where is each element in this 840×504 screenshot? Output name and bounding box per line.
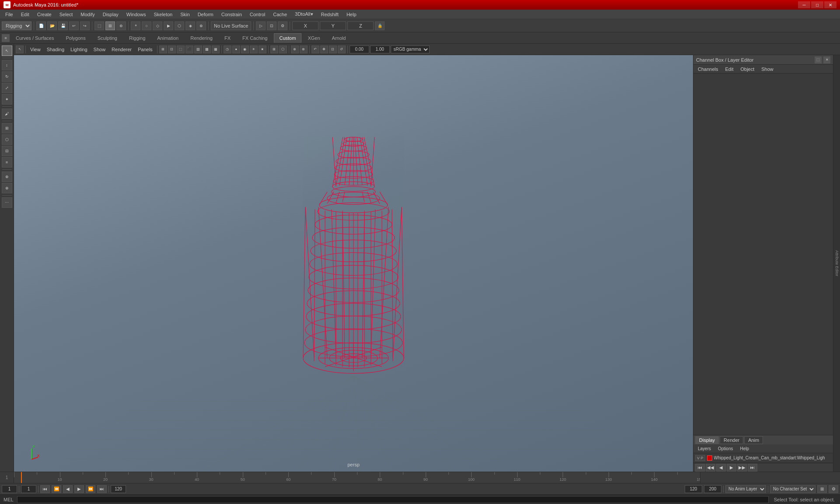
gamma-selector[interactable]: sRGB gamma — [391, 46, 430, 53]
hypershade-btn[interactable]: ⬡ — [2, 134, 12, 145]
end-frame-input[interactable] — [111, 485, 126, 493]
anim-tab[interactable]: Anim — [744, 436, 763, 444]
vp-renderer-menu[interactable]: Renderer — [109, 46, 134, 53]
redo-btn[interactable]: ↪ — [80, 21, 90, 30]
vp-heads-btn[interactable]: ⬡ — [279, 46, 287, 53]
paint-skin-btn[interactable]: 🖌 — [2, 108, 12, 119]
snap4-btn[interactable]: ▶ — [164, 21, 173, 30]
tabs-menu-btn[interactable]: ≡ — [2, 34, 10, 42]
vp-track-btn[interactable]: ✥ — [320, 46, 328, 53]
tab-rigging[interactable]: Rigging — [123, 33, 151, 43]
undo-btn[interactable]: ↩ — [69, 21, 79, 30]
cb-close-btn[interactable]: ✕ — [823, 56, 830, 63]
close-button[interactable]: ✕ — [824, 1, 836, 8]
vp-select-btn[interactable]: ↖ — [16, 46, 24, 53]
vp-cam2-btn[interactable]: ⊡ — [168, 46, 176, 53]
rotate-btn[interactable]: ↻ — [2, 71, 12, 82]
vp-cam1-btn[interactable]: ⊞ — [159, 46, 167, 53]
vp-val1-input[interactable] — [350, 46, 369, 53]
step-back-btn[interactable]: ⏪ — [52, 485, 61, 493]
tab-fx[interactable]: FX — [219, 33, 236, 43]
vp-wire-btn[interactable]: ◷ — [224, 46, 231, 53]
snap1-btn[interactable]: ⌖ — [131, 21, 140, 30]
ch-show-menu[interactable]: Show — [759, 66, 776, 73]
menu-edit[interactable]: Edit — [18, 11, 33, 18]
tab-arnold[interactable]: Arnold — [326, 33, 352, 43]
menu-display[interactable]: Display — [99, 11, 122, 18]
display-tab[interactable]: Display — [695, 436, 719, 444]
command-input[interactable] — [17, 496, 769, 503]
layers-menu[interactable]: Layers — [695, 446, 714, 452]
menu-skeleton[interactable]: Skeleton — [150, 11, 176, 18]
menu-modify[interactable]: Modify — [77, 11, 98, 18]
vp-tumble-btn[interactable]: ↶ — [312, 46, 319, 53]
snap3-btn[interactable]: ◇ — [153, 21, 162, 30]
play-back-btn[interactable]: ◀ — [63, 485, 73, 493]
vp-dolly-btn[interactable]: ⊡ — [329, 46, 337, 53]
menu-constrain[interactable]: Constrain — [218, 11, 245, 18]
play-forward-btn[interactable]: ▶ — [74, 485, 84, 493]
timeline-ruler[interactable]: 102030405060708090100110120130140150 — [14, 472, 700, 483]
cb-prev3-btn[interactable]: ◀ — [716, 464, 726, 472]
vp-roll-btn[interactable]: ↺ — [338, 46, 346, 53]
cb-prev2-btn[interactable]: ◀◀ — [706, 464, 715, 472]
workspace-dropdown[interactable]: Rigging — [2, 21, 32, 30]
y-input[interactable] — [320, 21, 346, 30]
anim-layer-dropdown[interactable]: No Anim Layer — [725, 485, 766, 493]
extra-tools-btn[interactable]: ⋯ — [2, 197, 12, 208]
vp-view-menu[interactable]: View — [28, 46, 43, 53]
snap-to-grid-btn[interactable]: ⊞ — [105, 21, 115, 30]
help-menu[interactable]: Help — [737, 446, 752, 452]
menu-windows[interactable]: Windows — [123, 11, 150, 18]
menu-file[interactable]: File — [2, 11, 17, 18]
char-set-btn[interactable]: ⊞ — [817, 485, 827, 493]
vp-manip-btn[interactable]: ⊕ — [291, 46, 299, 53]
vp-flat-btn[interactable]: ◉ — [241, 46, 249, 53]
start-frame-input[interactable] — [21, 485, 36, 493]
vp-lighting-menu[interactable]: Lighting — [68, 46, 90, 53]
menu-create[interactable]: Create — [34, 11, 55, 18]
outliner-btn[interactable]: ⊟ — [2, 146, 12, 156]
tab-curves-surfaces[interactable]: Curves / Surfaces — [10, 33, 60, 43]
cb-next3-btn[interactable]: ⏭ — [748, 464, 757, 472]
options-menu[interactable]: Options — [715, 446, 735, 452]
menu-select[interactable]: Select — [56, 11, 77, 18]
tab-xgen[interactable]: XGen — [302, 33, 326, 43]
cb-next-btn[interactable]: ▶ — [727, 464, 736, 472]
vp-shadow-btn[interactable]: ★ — [259, 46, 266, 53]
total-end-frame[interactable] — [685, 485, 702, 493]
step-fwd-btn[interactable]: ⏩ — [86, 485, 95, 493]
select-tool-side-btn[interactable]: ↖ — [2, 46, 12, 56]
render-settings-btn[interactable]: ⚙ — [278, 21, 287, 30]
title-bar-controls[interactable]: ─ □ ✕ — [798, 1, 836, 8]
attribute-editor-strip[interactable]: Attribute Editor — [833, 55, 840, 472]
minimize-button[interactable]: ─ — [798, 1, 810, 8]
tab-rendering[interactable]: Rendering — [185, 33, 218, 43]
translate-btn[interactable]: ↕ — [2, 60, 12, 70]
vp-cam7-btn[interactable]: ▦ — [212, 46, 220, 53]
vp-cam3-btn[interactable]: ⬚ — [177, 46, 185, 53]
tab-sculpting[interactable]: Sculpting — [92, 33, 123, 43]
vp-show-menu[interactable]: Show — [91, 46, 108, 53]
render-btn[interactable]: ▷ — [256, 21, 266, 30]
vp-val2-input[interactable] — [370, 46, 390, 53]
vp-shading-menu[interactable]: Shading — [44, 46, 67, 53]
vp-grid-btn[interactable]: ⊞ — [270, 46, 278, 53]
universal-manip-btn[interactable]: ✦ — [2, 94, 12, 105]
cb-prev-btn[interactable]: ⏮ — [695, 464, 705, 472]
menu-deform[interactable]: Deform — [194, 11, 217, 18]
tab-polygons[interactable]: Polygons — [60, 33, 91, 43]
menu-3dtool[interactable]: 3DtoAll▾ — [291, 10, 316, 18]
render-view-btn[interactable]: ⊞ — [2, 123, 12, 133]
tab-custom[interactable]: Custom — [274, 33, 302, 43]
character-set-dropdown[interactable]: No Character Set — [770, 485, 816, 493]
new-scene-btn[interactable]: 📄 — [36, 21, 46, 30]
select-tool-btn[interactable]: ⬚ — [94, 21, 104, 30]
vp-pivot-btn[interactable]: ⊗ — [300, 46, 308, 53]
snap6-btn[interactable]: ◈ — [186, 21, 195, 30]
open-scene-btn[interactable]: 📂 — [47, 21, 57, 30]
viewport-canvas[interactable]: persp Y X — [14, 55, 693, 472]
menu-cache[interactable]: Cache — [270, 11, 290, 18]
ch-object-menu[interactable]: Object — [738, 66, 757, 73]
go-start-btn[interactable]: ⏮ — [40, 485, 50, 493]
